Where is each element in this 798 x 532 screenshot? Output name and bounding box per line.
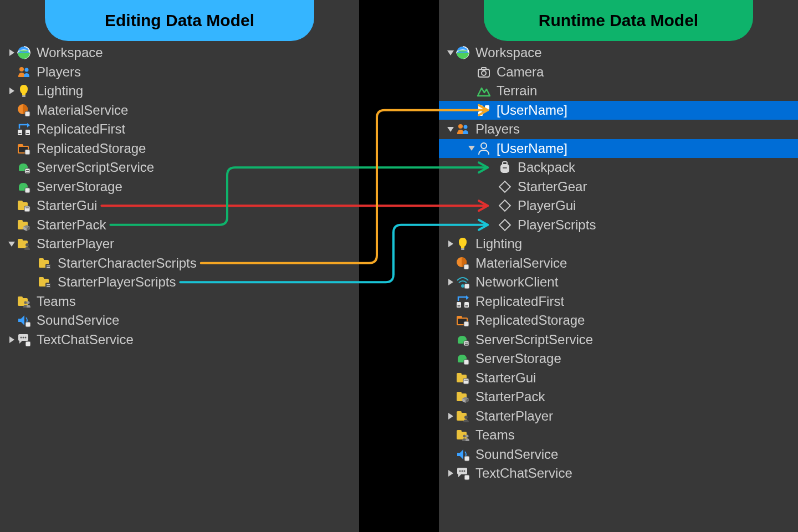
tree-row[interactable]: Workspace bbox=[0, 43, 359, 63]
tree-row[interactable]: Teams bbox=[0, 292, 359, 311]
diamond-icon bbox=[498, 198, 512, 213]
expand-icon[interactable] bbox=[447, 240, 454, 248]
tree-row[interactable]: StarterGear bbox=[439, 177, 798, 197]
expand-icon[interactable] bbox=[447, 278, 454, 286]
tree-item-label: StarterGear bbox=[518, 179, 587, 195]
tree-row[interactable]: TextChatService bbox=[0, 330, 359, 350]
tree-row[interactable]: MaterialService bbox=[439, 254, 798, 273]
svg-point-41 bbox=[27, 301, 30, 304]
arrow-spacer bbox=[489, 163, 497, 171]
sound-icon bbox=[456, 447, 470, 462]
svg-rect-24 bbox=[18, 220, 23, 223]
terrain-icon bbox=[477, 84, 491, 98]
arrow-spacer bbox=[468, 87, 475, 95]
svg-rect-55 bbox=[483, 108, 485, 109]
tree-row[interactable]: ReplicatedFirst bbox=[439, 292, 798, 311]
svg-rect-61 bbox=[503, 162, 507, 165]
tree-row[interactable]: [UserName] bbox=[439, 139, 798, 158]
svg-point-3 bbox=[25, 68, 29, 71]
network-icon bbox=[456, 275, 470, 289]
arrow-spacer bbox=[447, 336, 454, 344]
arrow-spacer bbox=[447, 298, 454, 305]
tree-row[interactable]: SoundService bbox=[439, 445, 798, 464]
svg-rect-53 bbox=[485, 105, 489, 110]
svg-rect-18 bbox=[25, 188, 30, 193]
svg-point-43 bbox=[21, 336, 22, 338]
svg-rect-14 bbox=[25, 150, 30, 155]
tree-row[interactable]: Lighting bbox=[0, 81, 359, 101]
svg-rect-39 bbox=[18, 296, 23, 299]
svg-rect-88 bbox=[457, 392, 462, 395]
svg-rect-16 bbox=[26, 170, 29, 171]
sscript-icon bbox=[17, 160, 31, 175]
tree-row[interactable]: MaterialService bbox=[0, 101, 359, 120]
tree-row[interactable]: ReplicatedStorage bbox=[0, 139, 359, 158]
tree-item-label: Players bbox=[475, 121, 520, 137]
svg-rect-100 bbox=[464, 475, 469, 480]
arrow-spacer bbox=[468, 106, 475, 114]
tree-row[interactable]: NetworkClient bbox=[439, 273, 798, 292]
tree-row[interactable]: StarterPlayer bbox=[439, 407, 798, 426]
svg-rect-64 bbox=[499, 200, 510, 211]
material-icon bbox=[456, 256, 470, 270]
collapse-icon[interactable] bbox=[447, 125, 454, 133]
diamond-icon bbox=[498, 218, 512, 232]
tree-row[interactable]: PlayerScripts bbox=[439, 216, 798, 235]
tree-item-label: Workspace bbox=[37, 45, 103, 60]
tree-item-label: ReplicatedFirst bbox=[475, 294, 564, 309]
tree-row[interactable]: PlayerGui bbox=[439, 196, 798, 216]
collapse-icon[interactable] bbox=[447, 49, 454, 57]
svg-rect-9 bbox=[19, 133, 22, 134]
tree-row[interactable]: TextChatService bbox=[439, 464, 798, 483]
editing-tree: WorkspacePlayersLightingMaterialServiceR… bbox=[0, 43, 359, 349]
players-icon bbox=[456, 122, 470, 136]
tree-row[interactable]: Teams bbox=[439, 426, 798, 445]
arrow-spacer bbox=[8, 298, 16, 305]
tree-item-label: Teams bbox=[475, 427, 515, 443]
tree-row[interactable]: ServerScriptService bbox=[0, 158, 359, 177]
tree-row[interactable]: StarterGui bbox=[0, 196, 359, 216]
tree-row[interactable]: Players bbox=[0, 63, 359, 82]
svg-point-2 bbox=[19, 67, 24, 71]
svg-point-99 bbox=[464, 470, 466, 472]
tree-item-label: TextChatService bbox=[475, 466, 572, 481]
expand-icon[interactable] bbox=[447, 412, 454, 420]
expand-icon[interactable] bbox=[447, 469, 454, 477]
tree-item-label: StarterCharacterScripts bbox=[58, 255, 197, 271]
tree-row[interactable]: ServerStorage bbox=[439, 349, 798, 369]
tree-row[interactable]: Backpack bbox=[439, 158, 798, 177]
svg-rect-17 bbox=[26, 172, 29, 173]
tree-row[interactable]: [UserName] bbox=[439, 101, 798, 120]
tree-row[interactable]: Terrain bbox=[439, 81, 798, 101]
arrow-spacer bbox=[447, 355, 454, 362]
tree-row[interactable]: SoundService bbox=[0, 311, 359, 330]
tree-row[interactable]: ServerScriptService bbox=[439, 330, 798, 350]
svg-point-40 bbox=[24, 301, 27, 304]
expand-icon[interactable] bbox=[8, 87, 16, 95]
tree-row[interactable]: Camera bbox=[439, 63, 798, 82]
tree-row[interactable]: ServerStorage bbox=[0, 177, 359, 197]
tree-row[interactable]: StarterPack bbox=[0, 216, 359, 235]
svg-rect-78 bbox=[464, 321, 469, 326]
tree-row[interactable]: ReplicatedStorage bbox=[439, 311, 798, 330]
collapse-icon[interactable] bbox=[468, 145, 475, 152]
svg-rect-54 bbox=[478, 111, 483, 116]
tree-row[interactable]: StarterPlayer bbox=[0, 234, 359, 254]
sgui-icon bbox=[17, 198, 31, 213]
expand-icon[interactable] bbox=[8, 336, 16, 344]
tree-row[interactable]: ReplicatedFirst bbox=[0, 120, 359, 139]
tree-row[interactable]: StarterCharacterScripts bbox=[0, 254, 359, 273]
tree-row[interactable]: Lighting bbox=[439, 234, 798, 254]
tree-row[interactable]: StarterPlayerScripts bbox=[0, 273, 359, 292]
expand-icon[interactable] bbox=[8, 49, 16, 57]
collapse-icon[interactable] bbox=[8, 240, 16, 248]
svg-rect-22 bbox=[25, 207, 29, 208]
tree-row[interactable]: Workspace bbox=[439, 43, 798, 63]
tree-row[interactable]: StarterGui bbox=[439, 369, 798, 388]
tree-item-label: StarterGui bbox=[475, 370, 536, 386]
folderscr-icon bbox=[38, 256, 52, 270]
tree-row[interactable]: Players bbox=[439, 120, 798, 139]
tree-row[interactable]: StarterPack bbox=[439, 387, 798, 407]
svg-rect-29 bbox=[39, 258, 44, 261]
svg-rect-37 bbox=[47, 286, 50, 287]
